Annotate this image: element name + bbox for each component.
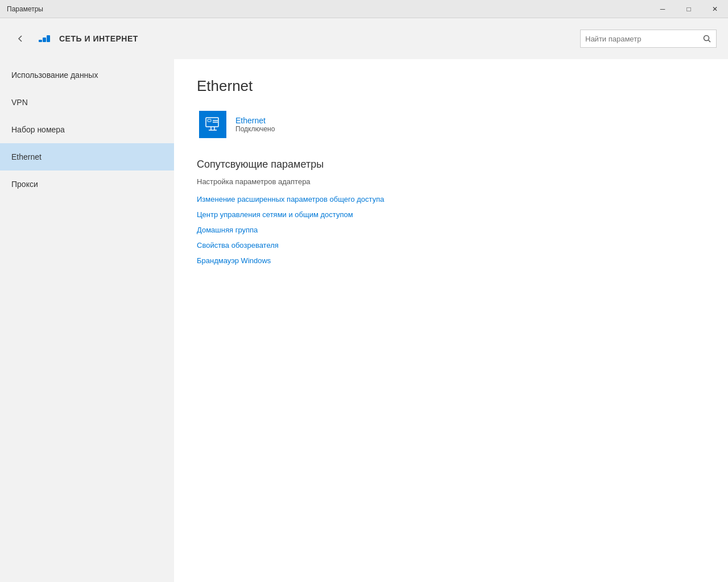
search-input[interactable]	[581, 35, 698, 43]
sidebar-item-vpn[interactable]: VPN	[0, 89, 174, 116]
svg-rect-1	[43, 38, 46, 42]
app: СЕТЬ И ИНТЕРНЕТ Использование данных VPN…	[0, 18, 728, 582]
related-link-2[interactable]: Домашняя группа	[197, 226, 705, 234]
svg-rect-9	[208, 119, 211, 122]
page-title: Ethernet	[197, 77, 705, 95]
related-link-4[interactable]: Брандмауэр Windows	[197, 256, 705, 265]
titlebar-title: Параметры	[7, 5, 43, 13]
ethernet-connection-status: Подключено	[235, 125, 275, 133]
ethernet-connection-name[interactable]: Ethernet	[235, 116, 275, 125]
sidebar: Использование данных VPN Набор номера Et…	[0, 59, 174, 582]
ethernet-device-icon	[204, 115, 222, 134]
related-subtitle: Настройка параметров адаптера	[197, 177, 705, 186]
search-icon	[703, 35, 711, 43]
svg-line-4	[709, 40, 711, 43]
maximize-button[interactable]: □	[676, 0, 702, 18]
titlebar-controls: ─ □ ✕	[650, 0, 728, 18]
svg-point-3	[704, 36, 709, 41]
titlebar: Параметры ─ □ ✕	[0, 0, 728, 18]
header: СЕТЬ И ИНТЕРНЕТ	[0, 18, 728, 59]
ethernet-card[interactable]: Ethernet Подключено	[197, 109, 705, 140]
minimize-button[interactable]: ─	[650, 0, 676, 18]
sidebar-item-proxy[interactable]: Прокси	[0, 171, 174, 198]
sidebar-item-data-usage[interactable]: Использование данных	[0, 61, 174, 89]
search-box	[580, 30, 717, 48]
related-link-0[interactable]: Изменение расширенных параметров общего …	[197, 195, 705, 203]
back-button[interactable]	[11, 30, 30, 48]
close-button[interactable]: ✕	[702, 0, 728, 18]
svg-rect-0	[39, 40, 42, 42]
sidebar-item-ethernet[interactable]: Ethernet	[0, 143, 174, 171]
ethernet-card-text: Ethernet Подключено	[235, 116, 275, 133]
svg-rect-2	[47, 35, 50, 42]
main-layout: Использование данных VPN Набор номера Et…	[0, 59, 728, 582]
related-title: Сопутсвующие параметры	[197, 159, 705, 171]
network-icon	[38, 32, 51, 45]
search-button[interactable]	[698, 30, 716, 47]
content-area: Ethernet Ethernet	[174, 59, 728, 582]
related-link-1[interactable]: Центр управления сетями и общим доступом	[197, 210, 705, 219]
back-icon	[16, 35, 24, 43]
related-link-3[interactable]: Свойства обозревателя	[197, 241, 705, 250]
header-title: СЕТЬ И ИНТЕРНЕТ	[59, 34, 138, 43]
ethernet-icon-box	[199, 111, 226, 138]
sidebar-item-dialup[interactable]: Набор номера	[0, 116, 174, 143]
header-left: СЕТЬ И ИНТЕРНЕТ	[11, 30, 138, 48]
